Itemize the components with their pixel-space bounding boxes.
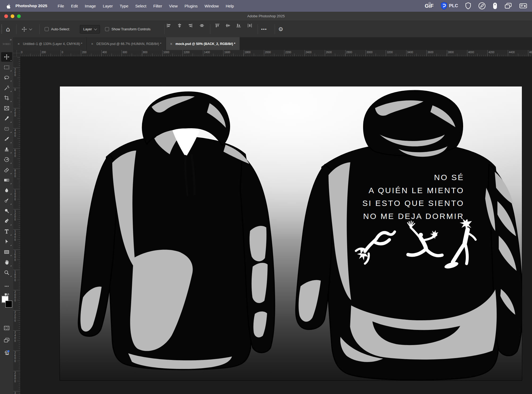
hruler-label: 800 (143, 51, 148, 54)
mouse-battery-icon[interactable] (493, 2, 497, 10)
pasteboard[interactable]: NO SÉA QUIÉN LE MIENTOSI ESTO QUE SIENTO… (20, 56, 532, 394)
gradient-tool[interactable] (1, 175, 12, 185)
align-vertical-centers-bars-button[interactable] (197, 21, 206, 30)
options-bar-grip[interactable] (1, 25, 2, 34)
blur-tool[interactable] (1, 186, 12, 195)
hand-tool[interactable] (1, 258, 12, 267)
document-tab-2[interactable]: ×DESIGN.psd @ 66.7% (HUMAN, RGB/8#) * (87, 37, 166, 51)
document-tab-1[interactable]: ×Untitled–1 @ 133% (Layer 4, CMYK/8) * (13, 37, 87, 51)
menu-item-plugins[interactable]: Plugins (185, 4, 198, 8)
menu-item-layer[interactable]: Layer (103, 4, 113, 8)
horizontal-ruler[interactable]: 0200020040060080010001200140016001800200… (13, 50, 532, 57)
smudge-tool[interactable] (1, 196, 12, 205)
align-right-edges-button[interactable] (186, 21, 195, 30)
collapse-panel-button[interactable]: ›› (10, 38, 11, 42)
swap-colors[interactable] (1, 291, 12, 300)
menu-items: FileEditImageLayerTypeSelectFilterViewPl… (54, 4, 238, 8)
checkbox-icon (45, 27, 49, 31)
apple-menu[interactable] (6, 3, 11, 9)
document-tab-bar: ×Untitled–1 @ 133% (Layer 4, CMYK/8) *×D… (13, 37, 532, 51)
align-middles-button[interactable] (223, 21, 232, 30)
clone-stamp-tool[interactable] (1, 144, 12, 154)
gif-wordmark-icon[interactable]: GiF (425, 3, 434, 9)
tool-options-bar: ⌂ Auto-Select: Layer Show Transform Cont… (0, 21, 532, 38)
tab-label: mock.psd @ 50% (BACK_2, RGB/8#) * (176, 42, 235, 46)
tab-close-icon[interactable]: × (170, 42, 172, 46)
document-tab-3[interactable]: ×mock.psd @ 50% (BACK_2, RGB/8#) * (166, 37, 240, 51)
menu-item-file[interactable]: File (58, 4, 64, 8)
move-tool-preset[interactable] (21, 21, 32, 37)
lasso-tool[interactable] (1, 73, 12, 82)
healing-patch-tool[interactable] (1, 124, 12, 134)
pen-tool[interactable] (1, 217, 12, 226)
window-switcher-icon[interactable] (504, 2, 512, 9)
dodge-tool[interactable] (1, 206, 12, 216)
auto-select-checkbox[interactable]: Auto-Select: (45, 21, 70, 37)
menu-item-select[interactable]: Select (135, 4, 147, 8)
zoom-tool[interactable] (1, 268, 12, 277)
menu-item-edit[interactable]: Edit (71, 4, 78, 8)
rectangle-tool[interactable] (1, 247, 12, 257)
workspace-settings-button[interactable]: ⚙ (278, 21, 283, 37)
align-bottom-edges-button[interactable] (234, 21, 243, 30)
menu-item-view[interactable]: View (169, 4, 178, 8)
vruler-label: 2600 (14, 351, 16, 363)
brush-tool[interactable] (1, 134, 12, 144)
frame-icon (3, 105, 10, 111)
plc-shield-icon (440, 2, 447, 10)
move-icon (3, 54, 10, 60)
hruler-label: 3000 (367, 51, 372, 54)
menu-item-help[interactable]: Help (226, 4, 234, 8)
frame-tool[interactable] (1, 103, 12, 113)
more-options-button[interactable]: ••• (261, 21, 267, 37)
rocket-status-icon[interactable] (478, 2, 486, 10)
vruler-label: 2800 (14, 372, 16, 383)
background-color-swatch[interactable] (5, 301, 12, 308)
move-icon (21, 26, 27, 32)
plc-badge[interactable]: PLC (440, 2, 458, 10)
tools-panel-grip[interactable] (3, 43, 10, 45)
vruler-label: 1400 (14, 230, 16, 241)
align-horizontal-centers-button[interactable] (175, 21, 184, 30)
move-tool[interactable] (1, 52, 12, 62)
rectangular-marquee-tool[interactable] (1, 63, 12, 72)
align-left-edges-button[interactable] (164, 21, 173, 30)
shield-status-icon[interactable] (465, 2, 471, 10)
align-top-edges-button[interactable] (213, 21, 222, 30)
window-title-bar[interactable]: Adobe Photoshop 2025 (0, 12, 532, 21)
hruler-label: 0 (21, 51, 23, 54)
marquee-icon (3, 64, 10, 70)
menu-item-window[interactable]: Window (205, 4, 219, 8)
menu-item-filter[interactable]: Filter (153, 4, 162, 8)
vertical-ruler[interactable]: 2000200400600800100012001400160018002000… (13, 56, 20, 394)
stamp-icon (3, 146, 10, 152)
menu-item-type[interactable]: Type (120, 4, 128, 8)
keyboard-settings-icon[interactable] (519, 3, 527, 9)
menu-item-image[interactable]: Image (85, 4, 96, 8)
home-button[interactable]: ⌂ (6, 21, 10, 37)
hruler-label: 200 (41, 51, 46, 54)
quick-mask-mode[interactable] (1, 323, 12, 333)
tab-close-icon[interactable]: × (18, 42, 20, 46)
object-selection-tool[interactable] (1, 83, 12, 93)
vruler-label: 600 (14, 149, 16, 158)
auto-select-target-dropdown[interactable]: Layer (80, 21, 100, 37)
type-tool[interactable] (1, 227, 12, 236)
screen-mode[interactable] (1, 335, 12, 345)
eraser-tool[interactable] (1, 165, 12, 175)
tab-close-icon[interactable]: × (91, 42, 93, 46)
cloud-sync[interactable] (1, 348, 12, 357)
zoom-icon (3, 269, 10, 276)
ruler-origin-corner[interactable] (13, 50, 20, 57)
history-brush-tool[interactable] (1, 155, 12, 164)
menu-app-name[interactable]: Photoshop 2025 (15, 3, 47, 8)
distribute-horizontal-button[interactable] (245, 21, 254, 30)
path-selection-tool[interactable] (1, 237, 12, 247)
document-canvas[interactable]: NO SÉA QUIÉN LE MIENTOSI ESTO QUE SIENTO… (60, 86, 522, 380)
eyedropper-tool[interactable] (1, 114, 12, 123)
show-transform-controls-checkbox[interactable]: Show Transform Controls (105, 21, 151, 37)
hruler-label: 2800 (346, 51, 352, 54)
more-tools[interactable] (1, 281, 12, 291)
checkbox-icon (105, 27, 109, 31)
crop-tool[interactable] (1, 93, 12, 103)
